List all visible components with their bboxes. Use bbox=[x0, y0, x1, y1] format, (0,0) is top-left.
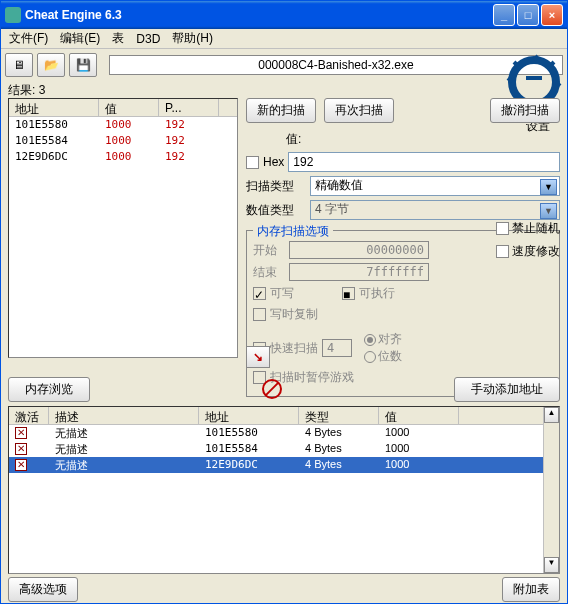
writable-checkbox[interactable]: ✓ bbox=[253, 287, 266, 300]
minimize-button[interactable]: _ bbox=[493, 4, 515, 26]
undo-scan-button[interactable]: 撤消扫描 bbox=[490, 98, 560, 123]
col-val2[interactable]: 值 bbox=[379, 407, 459, 424]
close-button[interactable]: × bbox=[541, 4, 563, 26]
scrollbar[interactable]: ▲ ▼ bbox=[543, 407, 559, 573]
menu-edit[interactable]: 编辑(E) bbox=[56, 28, 104, 49]
add-to-list-button[interactable]: ↘ bbox=[246, 346, 270, 368]
cow-checkbox[interactable] bbox=[253, 308, 266, 321]
col-value[interactable]: 值 bbox=[99, 99, 159, 116]
found-list-header: 地址 值 P... bbox=[9, 99, 237, 117]
table-extras-button[interactable]: 附加表 bbox=[502, 577, 560, 602]
memscan-title: 内存扫描选项 bbox=[253, 223, 333, 240]
value-input[interactable] bbox=[288, 152, 560, 172]
speedhack-checkbox[interactable] bbox=[496, 245, 509, 258]
folder-open-icon: 📂 bbox=[44, 58, 59, 72]
mid-toolbar: 内存浏览 手动添加地址 bbox=[8, 376, 560, 402]
toolbar: 🖥 📂 💾 000008C4-Banished-x32.exe bbox=[1, 49, 567, 81]
computer-icon: 🖥 bbox=[13, 58, 25, 72]
address-row[interactable]: ✕无描述101E55844 Bytes1000 bbox=[9, 441, 543, 457]
active-checkbox[interactable]: ✕ bbox=[15, 427, 27, 439]
save-button[interactable]: 💾 bbox=[69, 53, 97, 77]
digits-radio[interactable] bbox=[364, 351, 376, 363]
stop-icon[interactable] bbox=[262, 379, 282, 399]
col-type[interactable]: 类型 bbox=[299, 407, 379, 424]
window-title: Cheat Engine 6.3 bbox=[25, 8, 493, 22]
advanced-options-button[interactable]: 高级选项 bbox=[8, 577, 78, 602]
memory-view-button[interactable]: 内存浏览 bbox=[8, 377, 90, 402]
hex-checkbox[interactable] bbox=[246, 156, 259, 169]
titlebar[interactable]: Cheat Engine 6.3 _ □ × bbox=[1, 1, 567, 29]
active-checkbox[interactable]: ✕ bbox=[15, 459, 27, 471]
process-name-box[interactable]: 000008C4-Banished-x32.exe bbox=[109, 55, 563, 75]
open-process-button[interactable]: 🖥 bbox=[5, 53, 33, 77]
hex-label: Hex bbox=[263, 155, 284, 169]
menu-table[interactable]: 表 bbox=[108, 28, 128, 49]
arrow-down-right-icon: ↘ bbox=[253, 350, 263, 364]
menu-help[interactable]: 帮助(H) bbox=[168, 28, 217, 49]
open-file-button[interactable]: 📂 bbox=[37, 53, 65, 77]
next-scan-button[interactable]: 再次扫描 bbox=[324, 98, 394, 123]
maximize-button[interactable]: □ bbox=[517, 4, 539, 26]
col-addr2[interactable]: 地址 bbox=[199, 407, 299, 424]
executable-checkbox[interactable]: ■ bbox=[342, 287, 355, 300]
found-row[interactable]: 101E55801000192 bbox=[9, 117, 237, 133]
app-icon bbox=[5, 7, 21, 23]
col-desc[interactable]: 描述 bbox=[49, 407, 199, 424]
found-list[interactable]: 地址 值 P... 101E55801000192101E55841000192… bbox=[8, 98, 238, 358]
col-previous[interactable]: P... bbox=[159, 99, 219, 116]
valuetype-label: 数值类型 bbox=[246, 202, 306, 219]
results-label: 结果: 3 bbox=[8, 82, 45, 99]
norand-checkbox[interactable] bbox=[496, 222, 509, 235]
scroll-down-button[interactable]: ▼ bbox=[544, 557, 559, 573]
stop-input[interactable] bbox=[289, 263, 429, 281]
value-label: 值: bbox=[286, 131, 301, 148]
bottom-bar: 高级选项 附加表 bbox=[8, 578, 560, 600]
add-manual-button[interactable]: 手动添加地址 bbox=[454, 377, 560, 402]
found-row[interactable]: 101E55841000192 bbox=[9, 133, 237, 149]
align-radio[interactable] bbox=[364, 334, 376, 346]
floppy-icon: 💾 bbox=[76, 58, 91, 72]
menu-file[interactable]: 文件(F) bbox=[5, 28, 52, 49]
fastscan-input[interactable] bbox=[322, 339, 352, 357]
address-row[interactable]: ✕无描述12E9D6DC4 Bytes1000 bbox=[9, 457, 543, 473]
address-list-header: 激活 描述 地址 类型 值 bbox=[9, 407, 543, 425]
scroll-up-button[interactable]: ▲ bbox=[544, 407, 559, 423]
col-address[interactable]: 地址 bbox=[9, 99, 99, 116]
new-scan-button[interactable]: 新的扫描 bbox=[246, 98, 316, 123]
start-input[interactable] bbox=[289, 241, 429, 259]
svg-rect-1 bbox=[526, 76, 542, 80]
col-active[interactable]: 激活 bbox=[9, 407, 49, 424]
address-row[interactable]: ✕无描述101E55804 Bytes1000 bbox=[9, 425, 543, 441]
menu-d3d[interactable]: D3D bbox=[132, 30, 164, 48]
valuetype-select[interactable]: 4 字节 bbox=[310, 200, 560, 220]
address-list[interactable]: 激活 描述 地址 类型 值 ✕无描述101E55804 Bytes1000✕无描… bbox=[8, 406, 560, 574]
active-checkbox[interactable]: ✕ bbox=[15, 443, 27, 455]
menubar: 文件(F) 编辑(E) 表 D3D 帮助(H) bbox=[1, 29, 567, 49]
scantype-label: 扫描类型 bbox=[246, 178, 306, 195]
side-options: 禁止随机 速度修改 bbox=[496, 220, 560, 260]
found-row[interactable]: 12E9D6DC1000192 bbox=[9, 149, 237, 165]
scantype-select[interactable]: 精确数值 bbox=[310, 176, 560, 196]
